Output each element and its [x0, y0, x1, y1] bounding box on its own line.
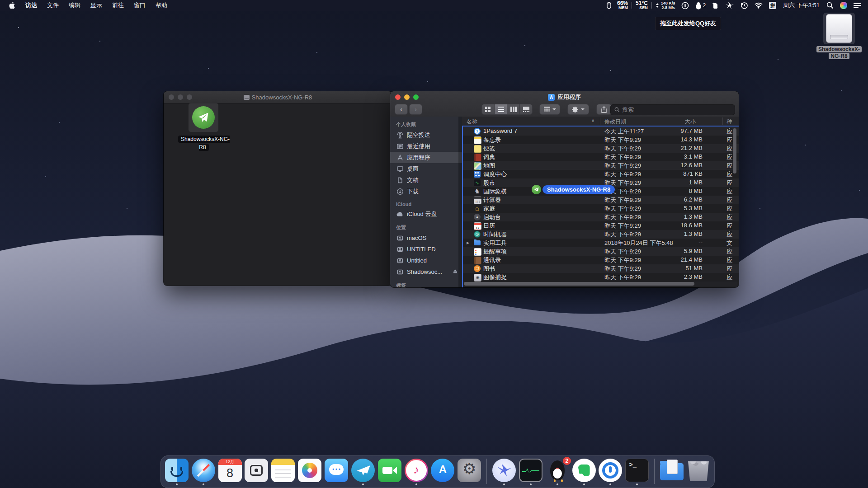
file-row-图像捕捉[interactable]: ◉图像捕捉昨天 下午9:292.3 MB应	[462, 273, 739, 282]
trash-dock-icon[interactable]	[686, 459, 711, 481]
horizontal-scrollbar[interactable]	[463, 282, 737, 286]
sidebar-item-UNTITLED[interactable]: UNTITLED	[390, 244, 462, 255]
file-row-1Password 7[interactable]: 11Password 7今天 上午11:2797.7 MB应	[462, 127, 739, 136]
1password-menu-icon[interactable]	[678, 0, 692, 11]
action-gear-button[interactable]	[567, 104, 589, 115]
column-divider[interactable]	[722, 117, 723, 125]
screenshot-dock-icon[interactable]	[245, 459, 269, 482]
gallery-view-button[interactable]	[520, 104, 532, 114]
close-button[interactable]	[169, 94, 174, 100]
file-row-计算器[interactable]: 计算器昨天 下午9:296.2 MB应	[462, 196, 739, 204]
sidebar-item-文稿[interactable]: 文稿	[390, 174, 462, 186]
shadowsocks-app-icon[interactable]	[189, 103, 218, 132]
apple-menu-icon[interactable]	[0, 2, 20, 9]
file-row-提醒事项[interactable]: 提醒事项昨天 下午9:295.9 MB应	[462, 247, 739, 256]
safari-dock-icon[interactable]	[191, 459, 216, 485]
qq-dock-icon[interactable]: 2	[545, 459, 570, 485]
xunlei-menu-icon[interactable]	[722, 0, 737, 11]
search-field[interactable]: 搜索	[610, 104, 735, 115]
file-row-家庭[interactable]: ⌂家庭昨天 下午9:295.3 MB应	[462, 204, 739, 213]
telegram-dock-icon[interactable]	[351, 459, 375, 485]
menu-item[interactable]: 编辑	[64, 0, 85, 11]
back-button[interactable]: ‹	[395, 104, 408, 115]
finder-title-bar[interactable]: A 应用程序 ‹ ›	[390, 91, 739, 117]
downloads-dock-icon[interactable]	[660, 459, 684, 480]
forward-button[interactable]: ›	[409, 104, 422, 115]
activitymonitor-dock-icon[interactable]	[519, 459, 543, 485]
file-row-实用工具[interactable]: ▶实用工具2018年10月24日 下午5:48--文	[462, 239, 739, 247]
finder-dock-icon[interactable]	[165, 459, 189, 485]
column-kind[interactable]: 种	[726, 118, 732, 126]
sidebar-item-最近使用[interactable]: 最近使用	[390, 141, 462, 152]
file-row-启动台[interactable]: ▲启动台昨天 下午9:291.3 MB应	[462, 213, 739, 221]
evernote-dock-icon[interactable]	[572, 459, 596, 485]
memory-stat[interactable]: 66% MEM	[614, 1, 631, 10]
evernote-menu-icon[interactable]	[709, 0, 722, 11]
appstore-dock-icon[interactable]	[430, 459, 455, 482]
calendar-dock-icon[interactable]	[218, 459, 242, 482]
menu-bar-clock[interactable]: 周六 下午3:51	[779, 1, 823, 9]
file-row-便笺[interactable]: 便笺昨天 下午9:2921.2 MB应	[462, 144, 739, 153]
file-row-图书[interactable]: ❐图书昨天 下午9:2951 MB应	[462, 264, 739, 273]
group-by-button[interactable]	[539, 104, 560, 115]
sidebar-item-桌面[interactable]: 桌面	[390, 163, 462, 174]
menu-item[interactable]: 帮助	[151, 0, 172, 11]
icon-view-button[interactable]	[482, 104, 495, 114]
network-stat[interactable]: 148 K/s 2.8 M/s	[653, 0, 679, 11]
wifi-icon[interactable]	[751, 0, 766, 11]
column-date[interactable]: 修改日期	[604, 118, 626, 126]
file-row-备忘录[interactable]: 备忘录昨天 下午9:2914.3 MB应	[462, 136, 739, 144]
onepassword-dock-icon[interactable]	[599, 459, 623, 485]
file-row-地图[interactable]: 地图昨天 下午9:2912.6 MB应	[462, 161, 739, 170]
messages-dock-icon[interactable]	[324, 459, 349, 482]
menu-item[interactable]: 窗口	[129, 0, 151, 11]
terminal-dock-icon[interactable]	[625, 459, 649, 485]
share-button[interactable]	[596, 104, 612, 115]
minimize-button[interactable]	[178, 94, 183, 100]
desktop-dmg-icon[interactable]: ShadowsocksX- NG-R8	[816, 13, 862, 59]
disclosure-triangle-icon[interactable]: ▶	[467, 241, 469, 245]
menu-item[interactable]: 文件	[42, 0, 64, 11]
xunlei-dock-icon[interactable]	[492, 459, 516, 485]
file-row-日历[interactable]: 17日历昨天 下午9:2918.6 MB应	[462, 221, 739, 230]
spotlight-search-icon[interactable]	[823, 0, 837, 11]
siri-icon[interactable]	[837, 0, 850, 11]
list-view-button[interactable]	[495, 104, 507, 114]
menu-app-name[interactable]: 访达	[20, 0, 42, 11]
file-row-时间机器[interactable]: ◷时间机器昨天 下午9:291.3 MB应	[462, 230, 739, 239]
qq-menu-icon[interactable]: 2	[692, 0, 709, 11]
dmg-title-bar[interactable]: ShadowsocksX-NG-R8	[164, 91, 392, 103]
sidebar-item-iCloud 云盘[interactable]: iCloud 云盘	[390, 208, 462, 220]
sysprefs-dock-icon[interactable]	[457, 459, 481, 482]
sidebar-scrollbar[interactable]	[458, 117, 462, 287]
zoom-button[interactable]	[187, 94, 192, 100]
column-divider[interactable]	[600, 117, 600, 125]
column-view-button[interactable]	[507, 104, 520, 114]
drag-ghost[interactable]: ShadowsocksX-NG-R8	[532, 185, 615, 194]
sort-ascending-icon[interactable]: ∧	[591, 118, 594, 123]
file-row-通讯录[interactable]: 通讯录昨天 下午9:2921.4 MB应	[462, 256, 739, 264]
horizontal-scrollbar-thumb[interactable]	[464, 282, 694, 286]
sidebar-item-macOS[interactable]: macOS	[390, 232, 462, 244]
input-method-icon[interactable]: 拼	[766, 0, 779, 11]
file-row-调度中心[interactable]: 调度中心昨天 下午9:29871 KB应	[462, 170, 739, 178]
photos-dock-icon[interactable]	[297, 459, 322, 482]
sensor-stat[interactable]: 51°C SEN	[633, 1, 651, 10]
sidebar-item-Shadowsoc...[interactable]: Shadowsoc...	[390, 266, 462, 277]
file-row-词典[interactable]: 词典昨天 下午9:293.1 MB应	[462, 153, 739, 161]
sidebar-item-Untitled[interactable]: Untitled	[390, 255, 462, 266]
notes-dock-icon[interactable]	[271, 459, 295, 482]
time-machine-menu-icon[interactable]	[737, 0, 751, 11]
column-size[interactable]: 大小	[685, 118, 696, 126]
menu-item[interactable]: 显示	[85, 0, 107, 11]
eject-icon[interactable]	[453, 268, 458, 275]
vertical-scrollbar-thumb[interactable]	[733, 128, 736, 174]
column-name[interactable]: 名称	[467, 118, 477, 126]
sidebar-item-应用程序[interactable]: 应用程序	[390, 152, 462, 163]
itunes-dock-icon[interactable]	[404, 459, 429, 485]
sidebar-item-隔空投送[interactable]: 隔空投送	[390, 129, 462, 141]
mouse-battery-icon[interactable]	[604, 0, 614, 11]
notification-center-icon[interactable]	[850, 0, 864, 11]
menu-item[interactable]: 前往	[107, 0, 129, 11]
sidebar-item-下载[interactable]: 下载	[390, 186, 462, 197]
